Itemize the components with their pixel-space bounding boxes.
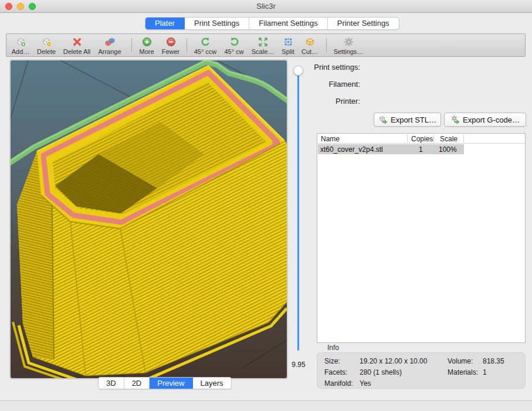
arrange-icon <box>104 36 116 47</box>
app-window: Slic3r Plater Print Settings Filament Se… <box>0 0 532 411</box>
layer-slider-track[interactable] <box>297 70 299 351</box>
manifold-value: Yes <box>360 379 371 388</box>
column-header-copies[interactable]: Copies <box>411 135 433 143</box>
object-row[interactable]: xt60_cover_v2p4.stl 1 100% <box>318 144 464 154</box>
settings-button[interactable]: Settings… <box>328 36 369 55</box>
view-tab-preview[interactable]: Preview <box>150 378 192 389</box>
object-copies-cell: 1 <box>419 145 423 154</box>
export-gcode-label: Export G-code… <box>463 116 520 124</box>
info-box: Size: 19.20 x 12.00 x 10.00 Volume: 818.… <box>317 352 526 389</box>
layer-slider-value: 9.95 <box>286 361 311 369</box>
facets-label: Facets: <box>324 368 347 376</box>
rotate-ccw-icon <box>200 36 211 47</box>
filament-label: Filament: <box>329 80 360 89</box>
main-tab-bar: Plater Print Settings Filament Settings … <box>145 17 399 30</box>
tab-print-settings[interactable]: Print Settings <box>185 18 249 29</box>
view-tab-bar: 3D 2D Preview Layers <box>98 377 232 389</box>
export-stl-label: Export STL… <box>391 116 436 124</box>
rotate-cw-label: 45° cw <box>224 48 243 55</box>
view-tab-layers[interactable]: Layers <box>193 378 231 389</box>
export-gcode-button[interactable]: Export G-code… <box>444 113 526 127</box>
size-value: 19.20 x 12.00 x 10.00 <box>360 357 427 365</box>
column-separator[interactable] <box>407 135 408 142</box>
filament-row: Filament: ABS Fillamentum <box>317 77 526 90</box>
add-object-icon <box>15 36 26 47</box>
delete-all-label: Delete All <box>63 48 90 55</box>
object-list-header: Name Copies Scale <box>317 134 525 144</box>
settings-label: Settings… <box>334 48 364 55</box>
cut-button[interactable]: Cut… <box>289 36 330 55</box>
status-bar <box>0 400 532 411</box>
toolbar-separator <box>326 38 327 52</box>
rotate-cw-icon <box>229 36 240 47</box>
delete-all-icon <box>72 36 83 47</box>
materials-value: 1 <box>483 368 487 376</box>
manifold-label: Manifold: <box>324 379 353 388</box>
object-list: Name Copies Scale xt60_cover_v2p4.stl 1 … <box>317 133 526 343</box>
title-bar: Slic3r <box>0 0 532 13</box>
plater-toolbar: Add… Delete Delete All Arrange More <box>6 33 526 57</box>
volume-value: 818.35 <box>483 357 504 365</box>
fewer-label: Fewer <box>162 48 180 55</box>
printer-label: Printer: <box>336 97 360 106</box>
layer-slider-knob[interactable] <box>293 66 303 76</box>
arrange-label: Arrange <box>98 48 121 55</box>
export-stl-button[interactable]: Export STL… <box>374 113 441 127</box>
column-header-scale[interactable]: Scale <box>440 135 458 143</box>
layer-slider[interactable] <box>293 64 304 358</box>
materials-label: Materials: <box>448 368 478 376</box>
facets-value: 280 (1 shells) <box>360 368 402 376</box>
print-settings-label: Print settings: <box>314 63 360 72</box>
info-section-title: Info <box>327 344 339 352</box>
object-scale-cell: 100% <box>439 145 457 154</box>
column-header-name[interactable]: Name <box>321 135 340 143</box>
volume-label: Volume: <box>448 357 473 365</box>
scale-icon <box>257 36 269 47</box>
tab-filament-settings[interactable]: Filament Settings <box>249 18 327 29</box>
column-separator[interactable] <box>463 135 464 142</box>
export-gcode-icon <box>450 115 460 124</box>
print-settings-row: Print settings: 03 line 25% <box>317 60 526 73</box>
size-label: Size: <box>324 357 340 365</box>
window-title: Slic3r <box>0 2 532 11</box>
tab-printer-settings[interactable]: Printer Settings <box>328 18 399 29</box>
settings-gear-icon <box>343 36 354 47</box>
cut-icon <box>304 36 316 47</box>
export-stl-icon <box>378 115 388 124</box>
fewer-icon <box>165 36 177 47</box>
arrange-button[interactable]: Arrange <box>89 36 130 55</box>
object-name-cell: xt60_cover_v2p4.stl <box>320 145 383 154</box>
cut-label: Cut… <box>301 48 318 55</box>
delete-label: Delete <box>37 48 56 55</box>
delete-object-icon <box>41 36 52 47</box>
tab-plater[interactable]: Plater <box>145 18 185 29</box>
view-tab-3d[interactable]: 3D <box>99 378 124 389</box>
preview-canvas[interactable] <box>11 60 287 378</box>
view-tab-2d[interactable]: 2D <box>124 378 150 389</box>
printer-row: Printer: Rebell II 0.5 <box>317 94 526 107</box>
column-separator[interactable] <box>433 135 434 142</box>
